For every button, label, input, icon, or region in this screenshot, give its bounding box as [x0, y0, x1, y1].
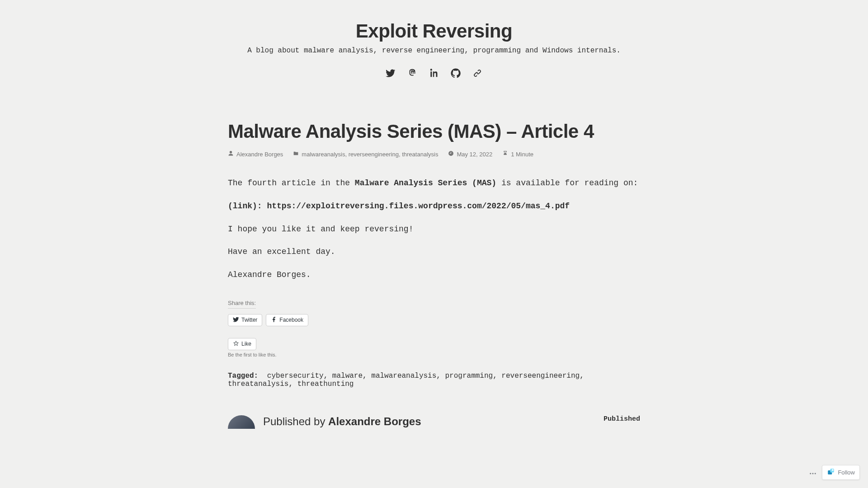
article-title: Malware Analysis Series (MAS) – Article …	[228, 121, 640, 142]
like-button[interactable]: Like	[228, 338, 256, 350]
follow-plus-icon	[827, 468, 835, 477]
ellipsis-button[interactable]	[807, 467, 819, 480]
text: is available for reading on:	[496, 178, 638, 188]
person-icon	[228, 150, 234, 158]
text: The fourth article in the	[228, 178, 355, 188]
like-label: Like	[241, 341, 251, 347]
follow-button[interactable]: Follow	[822, 465, 860, 480]
tag-link[interactable]: threathunting	[297, 380, 354, 388]
share-twitter-button[interactable]: Twitter	[228, 314, 262, 326]
author-name: Published by Alexandre Borges	[263, 415, 421, 428]
pdf-link[interactable]: https://exploitreversing.files.wordpress…	[267, 202, 570, 211]
meta-category[interactable]: threatanalysis	[402, 151, 438, 158]
body-paragraph: The fourth article in the Malware Analys…	[228, 177, 640, 190]
meta-category[interactable]: malwareanalysis	[302, 151, 345, 158]
svg-point-1	[812, 473, 814, 474]
github-icon[interactable]	[450, 67, 462, 79]
meta-date-group: May 12, 2022	[448, 150, 492, 158]
follow-label: Follow	[838, 469, 855, 476]
svg-rect-4	[830, 469, 834, 472]
tag-link[interactable]: malware	[332, 372, 363, 380]
meta-readtime-group: 1 Minute	[502, 150, 533, 158]
meta-category[interactable]: reverseengineering	[349, 151, 399, 158]
article-meta: Alexandre Borges malwareanalysis, revers…	[228, 150, 640, 158]
meta-categories: malwareanalysis, reverseengineering, thr…	[302, 151, 438, 158]
body-paragraph: Alexandre Borges.	[228, 268, 640, 282]
twitter-icon	[233, 316, 239, 324]
author-prefix: Published by	[263, 415, 328, 427]
author-block: Published by Alexandre Borges Published	[228, 415, 640, 429]
social-nav	[181, 67, 687, 79]
clock-icon	[448, 150, 454, 158]
tags-label: Tagged:	[228, 372, 258, 380]
like-caption: Be the first to like this.	[228, 352, 640, 357]
folder-icon	[293, 150, 299, 158]
svg-point-0	[810, 473, 811, 474]
share-twitter-label: Twitter	[241, 317, 257, 323]
site-title[interactable]: Exploit Reversing	[181, 20, 687, 42]
share-facebook-button[interactable]: Facebook	[266, 314, 308, 326]
tag-link[interactable]: cybersecurity	[267, 372, 324, 380]
text-bold: (link):	[228, 202, 267, 211]
meta-author[interactable]: Alexandre Borges	[236, 151, 283, 158]
tag-link[interactable]: threatanalysis	[228, 380, 288, 388]
share-heading: Share this:	[228, 300, 256, 309]
text-bold: Malware Analysis Series (MAS)	[355, 178, 496, 188]
meta-date[interactable]: May 12, 2022	[457, 151, 492, 158]
svg-point-2	[815, 473, 816, 474]
tag-link[interactable]: malwareanalysis	[371, 372, 436, 380]
meta-categories-group: malwareanalysis, reverseengineering, thr…	[293, 150, 438, 158]
tag-link[interactable]: reverseengineering	[501, 372, 580, 380]
link-icon[interactable]	[472, 67, 483, 79]
share-row: Twitter Facebook	[228, 314, 640, 326]
published-label: Published	[604, 415, 640, 423]
linkedin-icon[interactable]	[428, 67, 440, 79]
tags-line: Tagged: cybersecurity, malware, malwarea…	[228, 372, 640, 388]
facebook-icon	[271, 316, 277, 324]
share-facebook-label: Facebook	[279, 317, 303, 323]
body-paragraph: (link): https://exploitreversing.files.w…	[228, 200, 640, 213]
like-widget: Like Be the first to like this.	[228, 338, 640, 357]
avatar	[228, 415, 255, 429]
tag-link[interactable]: programming	[445, 372, 493, 380]
article: Malware Analysis Series (MAS) – Article …	[228, 121, 640, 429]
star-icon	[233, 340, 239, 348]
site-tagline: A blog about malware analysis, reverse e…	[181, 47, 687, 55]
meta-author-group: Alexandre Borges	[228, 150, 283, 158]
body-paragraph: I hope you like it and keep reversing!	[228, 223, 640, 236]
body-paragraph: Have an excellent day.	[228, 245, 640, 258]
hourglass-icon	[502, 150, 508, 158]
author-left: Published by Alexandre Borges	[228, 415, 421, 429]
twitter-icon[interactable]	[385, 67, 396, 79]
site-header: Exploit Reversing A blog about malware a…	[181, 0, 687, 79]
author-fullname: Alexandre Borges	[328, 415, 421, 427]
meta-readtime: 1 Minute	[511, 151, 533, 158]
mastodon-icon[interactable]	[406, 67, 418, 79]
share-section: Share this: Twitter Facebook	[228, 291, 640, 326]
